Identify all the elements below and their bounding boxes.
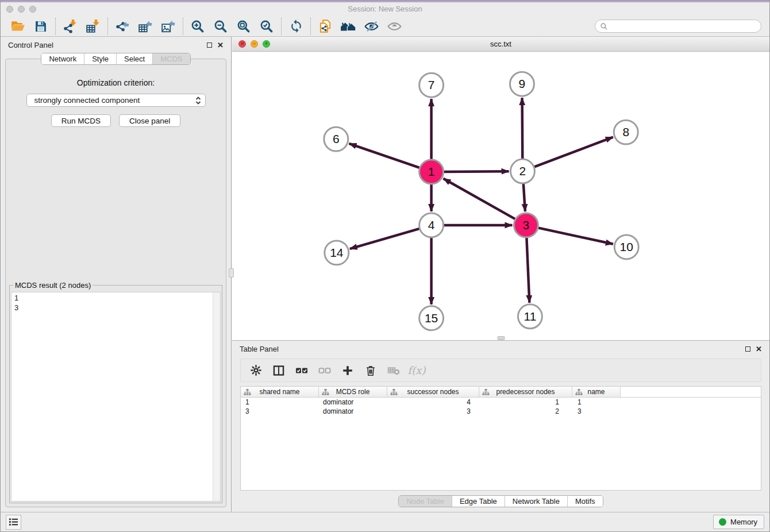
node-label: 15 xyxy=(425,311,438,325)
graph-node-2[interactable]: 2 xyxy=(510,159,534,183)
network-zoom-button[interactable]: + xyxy=(263,40,270,48)
table-row[interactable]: 1dominator411 xyxy=(241,398,761,407)
search-field[interactable] xyxy=(595,20,761,33)
column-header-successor-nodes[interactable]: successor nodes xyxy=(387,387,479,398)
edge-2-to-8[interactable] xyxy=(534,137,613,167)
delete-table-button[interactable] xyxy=(383,361,404,380)
zoom-fit-button[interactable] xyxy=(232,17,255,36)
control-panel-header: Control Panel ✕ xyxy=(1,37,231,53)
column-header-shared-name[interactable]: shared name xyxy=(241,387,319,398)
graph-node-15[interactable]: 15 xyxy=(419,306,444,330)
save-session-button[interactable] xyxy=(29,17,52,36)
tab-style[interactable]: Style xyxy=(84,53,116,64)
show-panel-button[interactable] xyxy=(383,17,406,36)
node-label: 3 xyxy=(523,218,530,232)
hide-panel-button[interactable] xyxy=(360,17,383,36)
table-cell[interactable]: 4 xyxy=(387,398,479,407)
table-settings-button[interactable] xyxy=(245,361,266,380)
graph-node-11[interactable]: 11 xyxy=(518,304,542,329)
import-table-button[interactable] xyxy=(82,17,105,36)
search-input[interactable] xyxy=(608,22,756,30)
column-header-mcds-role[interactable]: MCDS role xyxy=(319,387,387,398)
graph-node-6[interactable]: 6 xyxy=(324,127,348,151)
graph-node-14[interactable]: 14 xyxy=(325,241,349,265)
mcds-result-textarea[interactable]: 13 xyxy=(11,292,221,502)
deselect-all-columns-button[interactable] xyxy=(314,361,335,380)
edge-2-to-9[interactable] xyxy=(522,98,523,159)
home-button[interactable] xyxy=(337,17,360,36)
edge-1-to-6[interactable] xyxy=(349,144,419,168)
column-header-name[interactable]: name xyxy=(572,387,621,398)
table-toolbar: f(x) xyxy=(240,358,761,382)
import-network-button[interactable] xyxy=(59,17,82,36)
table-empty-area[interactable] xyxy=(241,416,761,490)
close-panel-button[interactable]: Close panel xyxy=(119,114,180,127)
float-table-panel-icon[interactable] xyxy=(745,346,750,352)
optimization-criterion-select[interactable]: strongly connected component xyxy=(26,94,206,107)
function-builder-button[interactable]: f(x) xyxy=(406,361,427,380)
edge-4-to-14[interactable] xyxy=(350,229,419,249)
table-cell[interactable]: 1 xyxy=(479,398,572,407)
open-session-button[interactable] xyxy=(6,17,29,36)
column-header-predecessor-nodes[interactable]: predecessor nodes xyxy=(479,387,572,398)
edge-3-to-10[interactable] xyxy=(538,228,613,244)
node-table: shared nameMCDS rolesuccessor nodesprede… xyxy=(240,386,761,491)
table-cell[interactable]: 2 xyxy=(479,407,572,416)
select-all-columns-button[interactable] xyxy=(291,361,312,380)
close-panel-icon[interactable]: ✕ xyxy=(217,41,224,49)
table-row[interactable]: 3dominator323 xyxy=(241,407,761,416)
run-mcds-button[interactable]: Run MCDS xyxy=(51,114,111,127)
memory-button[interactable]: Memory xyxy=(713,515,764,529)
graph-node-10[interactable]: 10 xyxy=(614,235,638,259)
edge-3-to-1[interactable] xyxy=(444,179,515,219)
network-minimize-button[interactable]: − xyxy=(251,40,258,48)
tab-edge-table[interactable]: Edge Table xyxy=(452,496,505,507)
close-table-panel-icon[interactable]: ✕ xyxy=(756,345,762,353)
graph-node-7[interactable]: 7 xyxy=(419,73,444,97)
toolbar-separator xyxy=(183,18,183,35)
graph-node-1[interactable]: 1 xyxy=(419,160,444,184)
network-graph[interactable]: 7968124314101511 xyxy=(232,52,769,340)
tab-network[interactable]: Network xyxy=(41,53,84,64)
graph-node-4[interactable]: 4 xyxy=(419,213,444,237)
zoom-out-icon xyxy=(213,19,228,34)
edge-3-to-11[interactable] xyxy=(526,238,529,303)
network-splitter-grip[interactable] xyxy=(497,336,505,340)
export-network-button[interactable] xyxy=(111,17,134,36)
control-panel: Control Panel ✕ NetworkStyleSelectMCDS O… xyxy=(1,37,232,512)
tab-mcds[interactable]: MCDS xyxy=(152,53,190,64)
float-panel-icon[interactable] xyxy=(207,43,212,48)
edge-2-to-3[interactable] xyxy=(523,184,525,211)
duplicate-network-button[interactable] xyxy=(314,17,337,36)
table-cell[interactable]: dominator xyxy=(319,407,387,416)
tab-select[interactable]: Select xyxy=(116,53,152,64)
table-cell[interactable]: 3 xyxy=(387,407,479,416)
refresh-layout-button[interactable] xyxy=(284,17,307,36)
table-cell[interactable]: 1 xyxy=(572,398,621,407)
table-cell[interactable]: dominator xyxy=(319,398,387,407)
graph-node-3[interactable]: 3 xyxy=(514,213,538,237)
tab-network-table[interactable]: Network Table xyxy=(505,496,567,507)
tab-node-table[interactable]: Node Table xyxy=(399,496,452,507)
zoom-in-button[interactable] xyxy=(186,17,209,36)
network-canvas[interactable]: 7968124314101511 xyxy=(232,52,769,340)
table-cell[interactable]: 3 xyxy=(241,407,319,416)
table-cell[interactable]: 1 xyxy=(241,398,319,407)
tab-motifs[interactable]: Motifs xyxy=(567,496,603,507)
panel-splitter-grip[interactable] xyxy=(229,268,234,277)
task-history-button[interactable] xyxy=(6,515,21,530)
edge-1-to-2[interactable] xyxy=(444,171,509,172)
add-column-button[interactable] xyxy=(337,361,358,380)
result-scrollbar[interactable] xyxy=(213,292,220,501)
show-columns-button[interactable] xyxy=(268,361,289,380)
graph-node-8[interactable]: 8 xyxy=(614,120,638,144)
delete-column-button[interactable] xyxy=(360,361,381,380)
table-cell[interactable]: 3 xyxy=(572,407,621,416)
eye-icon xyxy=(387,19,402,34)
graph-node-9[interactable]: 9 xyxy=(510,72,534,96)
network-close-button[interactable]: ✕ xyxy=(238,40,246,48)
export-table-button[interactable] xyxy=(134,17,157,36)
zoom-out-button[interactable] xyxy=(209,17,232,36)
zoom-selected-button[interactable] xyxy=(255,17,278,36)
export-image-button[interactable] xyxy=(157,17,180,36)
